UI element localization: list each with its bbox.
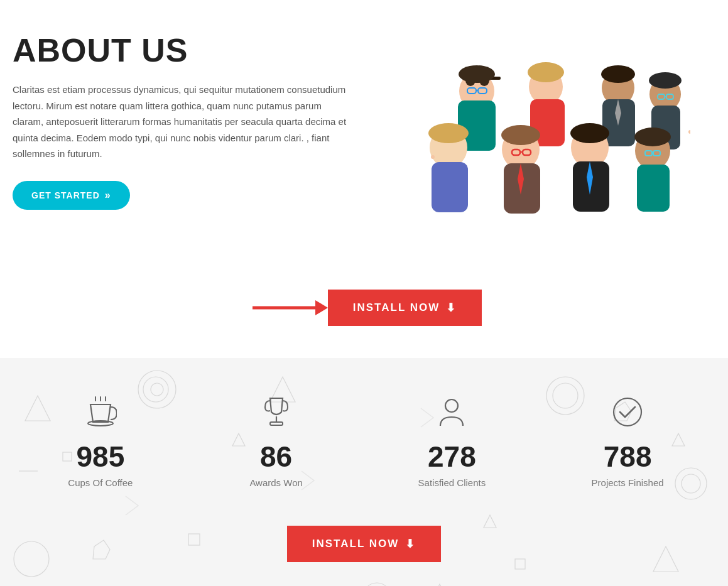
svg-rect-74 bbox=[270, 422, 283, 425]
install-now-button-bottom[interactable]: INSTALL NOW ⬇ bbox=[287, 526, 441, 562]
svg-point-13 bbox=[601, 65, 635, 83]
svg-rect-38 bbox=[637, 165, 670, 212]
arrow-indicator bbox=[246, 289, 328, 327]
stat-awards: 86 Awards Won bbox=[214, 396, 339, 488]
awards-count: 86 bbox=[260, 442, 292, 471]
svg-point-23 bbox=[428, 123, 469, 143]
about-left: ABOUT US Claritas est etiam processus dy… bbox=[13, 25, 352, 210]
coffee-count: 985 bbox=[77, 442, 125, 471]
about-text: Claritas est etiam processus dynamicus, … bbox=[13, 82, 352, 162]
get-started-button[interactable]: GET STARTED » bbox=[13, 181, 130, 210]
download-icon-mid: ⬇ bbox=[446, 301, 457, 315]
svg-point-26 bbox=[501, 125, 540, 145]
svg-point-42 bbox=[431, 155, 435, 159]
svg-point-33 bbox=[570, 123, 609, 143]
projects-count: 788 bbox=[604, 442, 652, 471]
install-bottom-label: INSTALL NOW bbox=[312, 538, 399, 550]
clients-label: Satisfied Clients bbox=[418, 477, 486, 488]
install-now-button-mid[interactable]: INSTALL NOW ⬇ bbox=[328, 290, 482, 326]
stat-clients: 278 Satisfied Clients bbox=[389, 396, 514, 488]
svg-marker-45 bbox=[315, 300, 328, 315]
about-section: ABOUT US Claritas est etiam processus dy… bbox=[0, 0, 728, 264]
about-title: ABOUT US bbox=[13, 31, 352, 69]
svg-point-76 bbox=[614, 398, 641, 426]
svg-point-54 bbox=[363, 583, 391, 586]
coffee-icon bbox=[84, 396, 117, 433]
svg-point-43 bbox=[688, 130, 690, 134]
svg-point-48 bbox=[151, 383, 163, 396]
coffee-label: Cups Of Coffee bbox=[68, 477, 133, 488]
stats-grid: 985 Cups Of Coffee 86 Awards Won bbox=[13, 396, 715, 488]
team-svg bbox=[401, 31, 690, 232]
install-bottom-section: INSTALL NOW ⬇ bbox=[13, 519, 715, 581]
install-mid-label: INSTALL NOW bbox=[353, 301, 440, 314]
stats-section: 985 Cups Of Coffee 86 Awards Won bbox=[0, 358, 728, 586]
svg-point-17 bbox=[649, 72, 682, 89]
arrow-icon: » bbox=[105, 190, 111, 201]
stat-coffee: 985 Cups Of Coffee bbox=[38, 396, 163, 488]
person-icon bbox=[435, 396, 468, 433]
svg-point-75 bbox=[445, 399, 458, 412]
clients-count: 278 bbox=[428, 442, 476, 471]
download-icon-bottom: ⬇ bbox=[405, 537, 416, 551]
projects-label: Projects Finished bbox=[592, 477, 664, 488]
team-illustration-container bbox=[395, 25, 697, 239]
svg-point-8 bbox=[459, 65, 495, 83]
svg-point-37 bbox=[634, 128, 671, 146]
awards-label: Awards Won bbox=[249, 477, 303, 488]
svg-point-10 bbox=[528, 62, 564, 82]
check-circle-icon bbox=[611, 396, 644, 433]
svg-rect-24 bbox=[432, 162, 468, 212]
trophy-icon bbox=[260, 396, 293, 433]
install-mid-section: INSTALL NOW ⬇ bbox=[0, 264, 728, 358]
stat-projects: 788 Projects Finished bbox=[565, 396, 690, 488]
